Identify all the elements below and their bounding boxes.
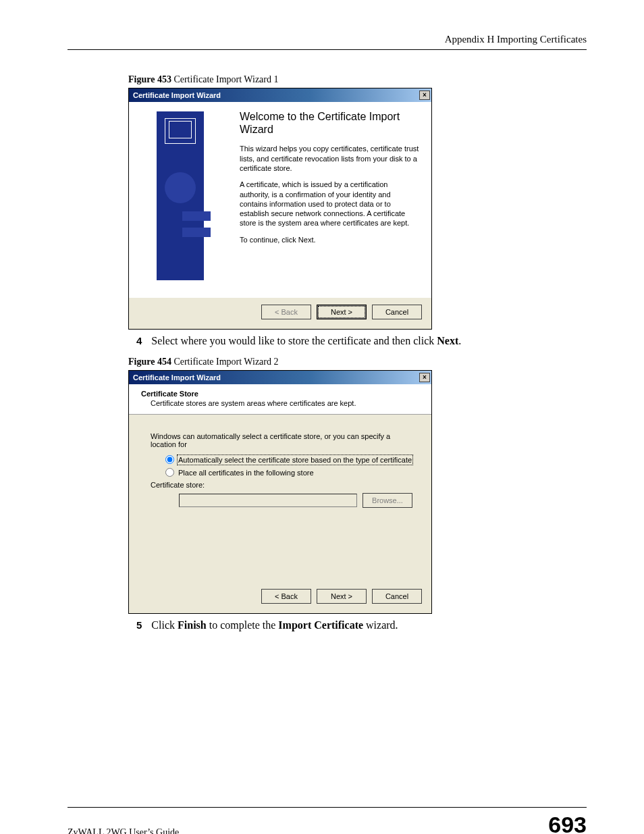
- step-5-text: Click Finish to complete the Import Cert…: [151, 619, 398, 631]
- wizard1-heading: Welcome to the Certificate Import Wizard: [240, 110, 419, 136]
- wizard1-paragraph-2: A certificate, which is issued by a cert…: [240, 180, 419, 228]
- step-5-number: 5: [136, 619, 142, 631]
- figure-453-title: Certificate Import Wizard 1: [171, 74, 279, 84]
- wizard2-title: Certificate Import Wizard: [133, 373, 221, 382]
- wizard2-subheader-title: Certificate Store: [141, 390, 414, 398]
- certificate-store-input: [179, 494, 357, 507]
- wizard2-body-text: Windows can automatically select a certi…: [151, 432, 412, 448]
- radio-place-store-input[interactable]: [165, 468, 174, 477]
- step-5: 5 Click Finish to complete the Import Ce…: [128, 619, 580, 631]
- radio-auto-select-input[interactable]: [165, 455, 174, 464]
- wizard1-paragraph-3: To continue, click Next.: [240, 235, 419, 244]
- back-button[interactable]: < Back: [261, 305, 311, 319]
- figure-454-title: Certificate Import Wizard 2: [171, 357, 279, 367]
- cancel-button[interactable]: Cancel: [372, 589, 422, 604]
- wizard2-dialog: Certificate Import Wizard × Certificate …: [128, 370, 432, 614]
- back-button[interactable]: < Back: [261, 589, 311, 604]
- wizard1-title: Certificate Import Wizard: [133, 91, 221, 99]
- wizard1-button-row: < Back Next > Cancel: [129, 298, 431, 329]
- figure-454-caption: Figure 454 Certificate Import Wizard 2: [128, 357, 580, 367]
- radio-auto-select-label: Automatically select the certificate sto…: [178, 456, 412, 464]
- figure-453-caption: Figure 453 Certificate Import Wizard 1: [128, 74, 580, 85]
- next-button[interactable]: Next >: [317, 589, 367, 604]
- wizard2-button-row: < Back Next > Cancel: [129, 582, 431, 613]
- cancel-button[interactable]: Cancel: [372, 305, 422, 319]
- wizard1-dialog: Certificate Import Wizard × Welcome to t…: [128, 88, 432, 330]
- certificate-store-label: Certificate store:: [151, 481, 205, 489]
- page-footer: ZyWALL 2WG User’s Guide 693: [68, 807, 587, 834]
- close-icon[interactable]: ×: [419, 90, 430, 100]
- figure-453-number: Figure 453: [128, 74, 171, 84]
- wizard1-banner-graphic: [129, 102, 232, 298]
- step-4-text: Select where you would like to store the…: [151, 335, 461, 347]
- wizard2-subheader-subtitle: Certificate stores are system areas wher…: [151, 399, 414, 407]
- radio-auto-select[interactable]: Automatically select the certificate sto…: [165, 455, 412, 464]
- wizard2-subheader: Certificate Store Certificate stores are…: [129, 384, 431, 415]
- figure-454-number: Figure 454: [128, 357, 171, 367]
- wizard1-titlebar: Certificate Import Wizard ×: [129, 88, 431, 102]
- step-4-number: 4: [136, 335, 142, 346]
- header-divider: [68, 49, 587, 50]
- radio-place-store[interactable]: Place all certificates in the following …: [165, 468, 412, 477]
- wizard2-titlebar: Certificate Import Wizard ×: [129, 371, 431, 384]
- radio-place-store-label: Place all certificates in the following …: [178, 469, 314, 477]
- footer-page-number: 693: [548, 812, 587, 834]
- page-header-section: Appendix H Importing Certificates: [68, 34, 587, 45]
- footer-guide-name: ZyWALL 2WG User’s Guide: [68, 827, 179, 834]
- close-icon[interactable]: ×: [419, 373, 430, 382]
- wizard1-paragraph-1: This wizard helps you copy certificates,…: [240, 144, 419, 173]
- browse-button[interactable]: Browse...: [363, 493, 412, 508]
- step-4: 4 Select where you would like to store t…: [128, 335, 580, 347]
- next-button[interactable]: Next >: [317, 305, 367, 319]
